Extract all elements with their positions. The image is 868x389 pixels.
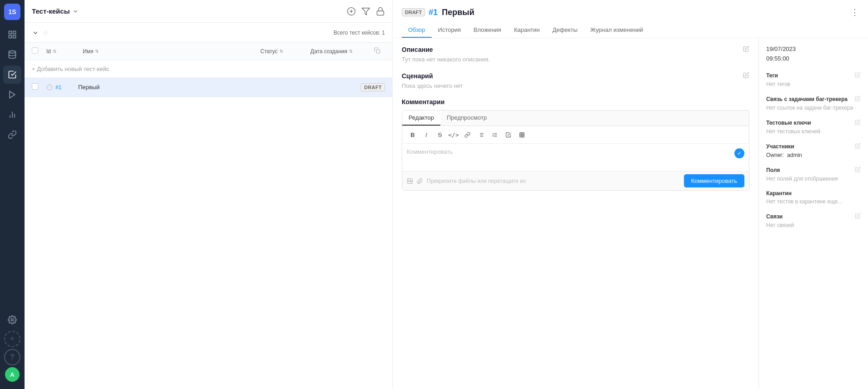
svg-point-9 <box>11 319 14 321</box>
row-name: Первый <box>78 84 361 91</box>
editor-tab-editor[interactable]: Редактор <box>402 111 440 126</box>
meta-bugtracker-label: Связь с задачами баг-трекера <box>766 96 861 103</box>
main-content: Тест-кейсы <box>25 0 868 389</box>
sidebar-item-dashboard[interactable] <box>3 25 21 44</box>
subtoolbar-left: ☆ <box>32 29 49 36</box>
link-button[interactable] <box>461 129 473 141</box>
meta-tags: Теги Нет тегов <box>766 72 861 87</box>
topbar: Тест-кейсы <box>25 0 392 23</box>
meta-tags-value: Нет тегов <box>766 81 861 87</box>
comment-check-icon: ✓ <box>734 148 744 158</box>
tab-history[interactable]: История <box>432 23 467 38</box>
members-edit-icon[interactable] <box>855 143 861 150</box>
row-checkbox[interactable] <box>32 83 43 91</box>
col-header-date[interactable]: Дата создания ⇅ <box>310 48 374 55</box>
description-title: Описание <box>402 45 749 53</box>
svg-rect-15 <box>376 50 380 53</box>
bugtracker-edit-icon[interactable] <box>855 96 861 103</box>
sidebar-item-reports[interactable] <box>3 106 21 124</box>
meta-bugtracker-value: Нет ссылок на задачи баг-трекера <box>766 105 861 111</box>
row-status-badge: DRAFT <box>361 84 385 91</box>
col-header-id[interactable]: Id ⇅ <box>46 48 83 55</box>
sidebar-item-testcases[interactable] <box>3 66 21 84</box>
chevron-down-icon[interactable] <box>72 8 79 15</box>
tab-changelog[interactable]: Журнал изменений <box>584 23 650 38</box>
filter-icon[interactable] <box>361 7 370 16</box>
meta-links: Связи Нет связей <box>766 213 861 228</box>
select-all-checkbox[interactable] <box>32 47 43 55</box>
add-icon[interactable] <box>347 7 356 16</box>
bold-button[interactable]: B <box>407 129 419 141</box>
sidebar-help-button[interactable]: ? <box>4 349 20 365</box>
detail-draft-tag: DRAFT <box>402 8 425 16</box>
editor-footer-right: Комментировать <box>684 174 744 187</box>
tab-overview[interactable]: Обзор <box>402 23 432 38</box>
add-row-button[interactable]: + Добавить новый тест-кейс <box>25 60 392 77</box>
lock-icon[interactable] <box>376 7 385 16</box>
tags-edit-icon[interactable] <box>855 72 861 79</box>
scenario-edit-icon[interactable] <box>743 72 749 80</box>
scenario-section: Сценарий Пока здесь ничего нет <box>402 72 749 89</box>
strikethrough-button[interactable]: S <box>434 129 446 141</box>
detail-header: DRAFT #1 Первый ⋮ Обзор История Вложения… <box>393 0 868 38</box>
ordered-list-button[interactable] <box>489 129 500 141</box>
meta-quarantine-value: Нет тестов в карантине еще... <box>766 198 861 205</box>
meta-links-label: Связи <box>766 213 861 220</box>
page-title: Тест-кейсы <box>32 7 70 15</box>
checklist-button[interactable] <box>502 129 514 141</box>
meta-quarantine: Карантин Нет тестов в карантине еще... <box>766 190 861 205</box>
avatar[interactable]: A <box>5 367 20 382</box>
detail-menu-icon[interactable]: ⋮ <box>851 7 859 17</box>
scenario-content: Пока здесь ничего нет <box>402 82 749 89</box>
tab-attachments[interactable]: Вложения <box>467 23 508 38</box>
row-icons <box>46 84 53 91</box>
topbar-actions <box>347 7 385 16</box>
attach-icon[interactable] <box>417 178 423 184</box>
meta-bugtracker: Связь с задачами баг-трекера Нет ссылок … <box>766 96 861 111</box>
collapse-icon[interactable] <box>32 29 39 36</box>
meta-links-value: Нет связей <box>766 222 861 228</box>
total-count: Всего тест кейсов: 1 <box>334 30 385 36</box>
table-button[interactable] <box>516 129 528 141</box>
sidebar-item-runs[interactable] <box>3 86 21 104</box>
col-header-status[interactable]: Статус ⇅ <box>260 48 310 55</box>
comments-title: Комментарии <box>402 98 749 106</box>
favorite-icon[interactable]: ☆ <box>43 29 49 36</box>
description-section: Описание Тут пока нет никакого описания. <box>402 45 749 63</box>
meta-test-keys: Тестовые ключи Нет тестовых ключей <box>766 119 861 135</box>
detail-tabs: Обзор История Вложения Карантин Дефекты … <box>402 23 859 38</box>
editor-tab-preview[interactable]: Предпросмотр <box>440 111 493 126</box>
italic-button[interactable]: I <box>420 129 432 141</box>
svg-rect-2 <box>13 35 16 38</box>
editor-footer-left: Прикрепите файлы или перетащите их <box>407 178 526 184</box>
submit-comment-button[interactable]: Комментировать <box>684 174 744 187</box>
test-keys-edit-icon[interactable] <box>855 119 861 126</box>
sidebar-item-integrations[interactable] <box>3 126 21 144</box>
code-button[interactable]: </> <box>448 129 459 141</box>
meta-tags-label: Теги <box>766 72 861 79</box>
fields-edit-icon[interactable] <box>855 167 861 174</box>
sort-status-icon: ⇅ <box>279 49 283 54</box>
comment-editor: Редактор Предпросмотр B I S </> <box>402 110 749 191</box>
sidebar-item-database[interactable] <box>3 45 21 64</box>
tab-defects[interactable]: Дефекты <box>546 23 584 38</box>
meta-members-value: Owner: admin <box>766 152 861 158</box>
sort-date-icon: ⇅ <box>349 49 353 54</box>
comment-input-area[interactable]: Комментировать ✓ <box>402 144 749 171</box>
description-edit-icon[interactable] <box>743 45 749 53</box>
sort-name-icon: ⇅ <box>95 49 99 54</box>
sidebar-add-button[interactable]: + <box>4 331 20 347</box>
bullet-list-button[interactable] <box>475 129 487 141</box>
subtoolbar: ☆ Всего тест кейсов: 1 <box>25 23 392 43</box>
meta-date-value: 19/07/202309:55:00 <box>766 45 861 64</box>
table-row[interactable]: #1 Первый DRAFT <box>25 77 392 97</box>
sidebar-logo: 1S <box>4 4 20 20</box>
col-header-name[interactable]: Имя ⇅ <box>83 48 260 55</box>
sidebar-item-settings[interactable] <box>3 311 21 329</box>
comment-placeholder: Комментировать <box>407 148 453 155</box>
links-edit-icon[interactable] <box>855 213 861 220</box>
tab-quarantine[interactable]: Карантин <box>508 23 546 38</box>
meta-date: 19/07/202309:55:00 <box>766 45 861 64</box>
attach-label: Прикрепите файлы или перетащите их <box>427 178 526 184</box>
right-panel: DRAFT #1 Первый ⋮ Обзор История Вложения… <box>393 0 868 389</box>
